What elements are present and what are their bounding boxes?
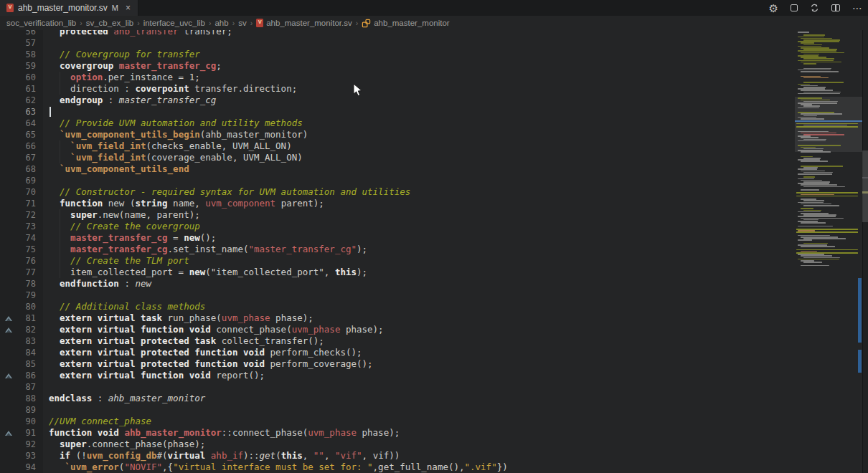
gutter[interactable]: 64 [0,118,43,129]
breadcrumb-item-soc_verification_lib[interactable]: soc_verification_lib [6,19,76,27]
gutter[interactable]: 77 [0,267,43,278]
code-line-89[interactable]: 89 [0,404,508,416]
gutter[interactable]: 93 [0,450,43,462]
code-line-85[interactable]: 85 extern virtual protected function voi… [0,358,508,370]
gutter[interactable]: 72 [0,209,43,221]
breadcrumb-item-sv_cb_ex_lib[interactable]: sv_cb_ex_lib [86,19,133,27]
code-line-75[interactable]: 75 master_transfer_cg.set_inst_name("mas… [0,244,508,255]
breadcrumb-item-ahb[interactable]: ahb [214,19,228,27]
code-line-68[interactable]: 68 `uvm_component_utils_end [0,163,508,175]
gutter[interactable]: 69 [0,175,43,186]
code-editor[interactable]: 56 protected ahb_transfer transfer;5758 … [0,30,795,473]
code-line-79[interactable]: 79 [0,290,508,301]
gutter[interactable]: 62 [0,95,43,106]
tab-ahb-master-monitor[interactable]: ahb_master_monitor.sv M × [0,0,138,16]
gutter[interactable]: 63 [0,106,43,118]
minimap-line [803,186,845,188]
gutter[interactable]: 73 [0,221,43,232]
gutter[interactable]: 59 [0,60,43,72]
gutter[interactable]: 61 [0,83,43,95]
close-icon[interactable]: × [126,3,131,13]
gutter[interactable]: 81 [0,312,43,324]
code-line-57[interactable]: 57 [0,37,508,49]
line-number: 88 [26,393,36,404]
code-line-74[interactable]: 74 master_transfer_cg = new(); [0,232,508,244]
code-line-59[interactable]: 59 covergroup master_transfer_cg; [0,60,508,72]
code-line-76[interactable]: 76 // Create the TLM port [0,255,508,267]
code-line-56[interactable]: 56 protected ahb_transfer transfer; [0,30,508,37]
code-line-81[interactable]: 81 extern virtual task run_phase(uvm_pha… [0,312,508,324]
gutter[interactable]: 71 [0,198,43,209]
gutter[interactable]: 56 [0,30,43,37]
settings-gear-icon[interactable]: ⚙ [769,3,778,14]
gutter[interactable]: 92 [0,439,43,450]
line-number: 58 [26,49,36,60]
gutter[interactable]: 87 [0,381,43,393]
gutter[interactable]: 65 [0,129,43,140]
code-line-65[interactable]: 65 `uvm_component_utils_begin(ahb_master… [0,129,508,140]
gutter[interactable]: 57 [0,37,43,49]
gutter[interactable]: 82 [0,324,43,335]
gutter[interactable]: 60 [0,72,43,83]
code-line-69[interactable]: 69 [0,175,508,186]
code-line-62[interactable]: 62 endgroup : master_transfer_cg [0,95,508,106]
gutter[interactable]: 80 [0,301,43,312]
gutter[interactable]: 94 [0,462,43,473]
gutter[interactable]: 83 [0,335,43,347]
code-line-72[interactable]: 72 super.new(name, parent); [0,209,508,221]
code-line-83[interactable]: 83 extern virtual protected task collect… [0,335,508,347]
gutter[interactable]: 75 [0,244,43,255]
gutter[interactable]: 70 [0,186,43,198]
code-line-84[interactable]: 84 extern virtual protected function voi… [0,347,508,358]
code-line-87[interactable]: 87 [0,381,508,393]
layout-square-icon[interactable] [791,4,798,11]
breadcrumb-item-sv[interactable]: sv [238,19,247,27]
gutter[interactable]: 90 [0,416,43,427]
code-line-94[interactable]: 94 `uvm_error("NOVIF",{"virtual interfac… [0,462,508,473]
code-line-63[interactable]: 63 [0,106,508,118]
code-line-71[interactable]: 71 function new (string name, uvm_compon… [0,198,508,209]
code-line-67[interactable]: 67 `uvm_field_int(coverage_enable, UVM_A… [0,152,508,163]
code-line-58[interactable]: 58 // Covergroup for transfer [0,49,508,60]
minimap[interactable] [795,30,862,473]
overview-ruler[interactable] [862,30,868,473]
code-line-86[interactable]: 86 extern virtual function void report()… [0,370,508,381]
gutter[interactable]: 84 [0,347,43,358]
gutter[interactable]: 74 [0,232,43,244]
code-line-91[interactable]: 91function void ahb_master_monitor::conn… [0,427,508,439]
scrollbar-thumb[interactable] [862,150,868,222]
code-line-77[interactable]: 77 item_collected_port = new("item_colle… [0,267,508,278]
breadcrumb-item-symbol[interactable]: ahb_master_monitor [362,19,449,28]
split-editor-icon[interactable] [831,4,840,11]
code-line-66[interactable]: 66 `uvm_field_int(checks_enable, UVM_ALL… [0,140,508,152]
gutter[interactable]: 79 [0,290,43,301]
sync-icon[interactable] [810,4,819,12]
code-line-60[interactable]: 60 option.per_instance = 1; [0,72,508,83]
breadcrumb-separator: › [137,19,140,27]
code-line-73[interactable]: 73 // Create the covergroup [0,221,508,232]
gutter[interactable]: 88 [0,393,43,404]
gutter[interactable]: 66 [0,140,43,152]
more-actions-icon[interactable]: ⋯ [852,3,862,13]
gutter[interactable]: 58 [0,49,43,60]
gutter[interactable]: 86 [0,370,43,381]
code-line-92[interactable]: 92 super.connect_phase(phase); [0,439,508,450]
code-line-90[interactable]: 90//UVM connect_phase [0,416,508,427]
gutter[interactable]: 78 [0,278,43,290]
breadcrumb-item-interface_uvc_lib[interactable]: interface_uvc_lib [143,19,205,27]
breadcrumb-item-file[interactable]: ahb_master_monitor.sv [256,19,352,27]
gutter[interactable]: 85 [0,358,43,370]
code-line-64[interactable]: 64 // Provide UVM automation and utility… [0,118,508,129]
code-line-93[interactable]: 93 if (!uvm_config_db#(virtual ahb_if)::… [0,450,508,462]
gutter[interactable]: 67 [0,152,43,163]
code-line-82[interactable]: 82 extern virtual function void connect_… [0,324,508,335]
gutter[interactable]: 76 [0,255,43,267]
gutter[interactable]: 91 [0,427,43,439]
code-line-80[interactable]: 80 // Additional class methods [0,301,508,312]
code-line-88[interactable]: 88endclass : ahb_master_monitor [0,393,508,404]
gutter[interactable]: 89 [0,404,43,416]
code-line-61[interactable]: 61 direction : coverpoint transfer.direc… [0,83,508,95]
code-line-78[interactable]: 78 endfunction : new [0,278,508,290]
gutter[interactable]: 68 [0,163,43,175]
code-line-70[interactable]: 70 // Constructor - required syntax for … [0,186,508,198]
